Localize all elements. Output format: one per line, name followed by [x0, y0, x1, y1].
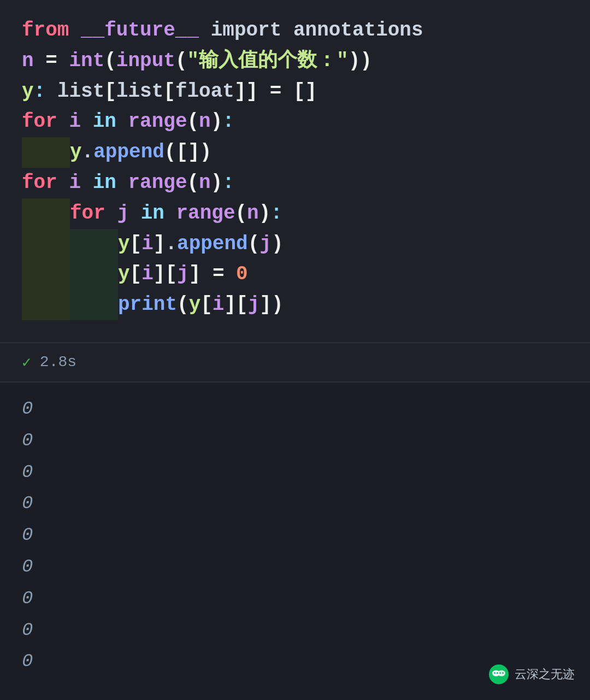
- code-line-4: for i in range ( n ) :: [22, 107, 568, 137]
- svg-point-4: [497, 672, 498, 674]
- indent-bar-2: [22, 198, 70, 229]
- code-line-3: y : list [ list [ float ]] = []: [22, 77, 568, 107]
- output-line-5: 0: [22, 520, 568, 551]
- output-line-2: 0: [22, 425, 568, 457]
- code-block: from __future__ import annotations n = i…: [0, 0, 590, 342]
- output-line-8: 0: [22, 615, 568, 646]
- keyword-import: import: [211, 15, 282, 46]
- svg-point-6: [502, 672, 504, 674]
- output-line-6: 0: [22, 551, 568, 583]
- output-section: 0 0 0 0 0 0 0 0 0: [0, 383, 590, 700]
- code-line-2: n = int ( input ( "输入值的个数：" )): [22, 46, 568, 77]
- output-line-4: 0: [22, 488, 568, 520]
- code-line-7: for j in range ( n ) :: [22, 198, 568, 229]
- output-line-1: 0: [22, 393, 568, 425]
- indent-bar-4a: [22, 259, 70, 290]
- check-icon: ✓: [22, 353, 31, 372]
- code-line-8: y [ i ] . append ( j ): [22, 229, 568, 260]
- keyword-annotations: annotations: [293, 15, 423, 46]
- svg-point-2: [498, 670, 505, 677]
- code-line-6: for i in range ( n ) :: [22, 168, 568, 198]
- indent-bar-3a: [22, 229, 70, 260]
- code-line-9: y [ i ][ j ] = 0: [22, 259, 568, 290]
- wechat-icon: [488, 664, 509, 685]
- indent-bar-3b: [70, 229, 118, 260]
- indent-bar-5a: [22, 290, 70, 320]
- watermark: 云深之无迹: [488, 664, 575, 685]
- indent-bar-5b: [70, 290, 118, 320]
- output-line-3: 0: [22, 457, 568, 489]
- keyword-future: __future__: [81, 15, 199, 46]
- code-line-10: print ( y [ i ][ j ]): [22, 290, 568, 320]
- indent-bar-4b: [70, 259, 118, 290]
- watermark-text: 云深之无迹: [515, 666, 575, 683]
- svg-point-5: [499, 672, 501, 674]
- indent-bar-1: [22, 137, 70, 168]
- code-line-1: from __future__ import annotations: [22, 15, 568, 46]
- svg-point-3: [494, 672, 495, 674]
- keyword-from: from: [22, 15, 69, 46]
- execution-time: 2.8s: [40, 354, 76, 370]
- output-line-7: 0: [22, 583, 568, 615]
- code-line-5: y . append ([ ]): [22, 137, 568, 168]
- status-bar: ✓ 2.8s: [0, 343, 590, 381]
- output-line-9: 0: [22, 646, 568, 678]
